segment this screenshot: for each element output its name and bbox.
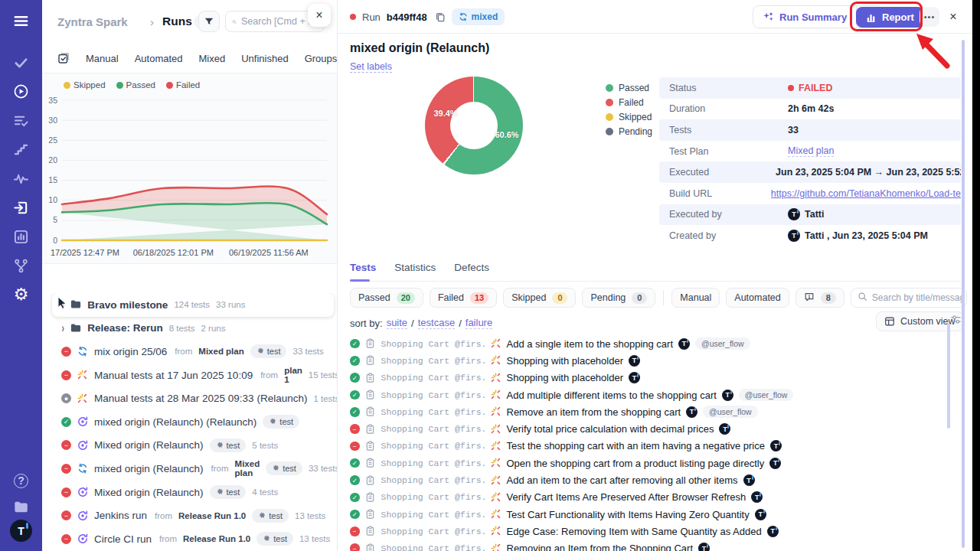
run-status-failed-icon: −: [61, 487, 71, 497]
panel-scrollbar[interactable]: [962, 40, 965, 548]
run-title: mixed origin (Relaunch): [350, 41, 489, 55]
tests-scrollbar[interactable]: [947, 323, 950, 429]
runs-list-item[interactable]: ›Release: Rerun8 tests2 runs: [42, 317, 337, 341]
runs-tab-automated[interactable]: Automated: [135, 53, 183, 64]
test-row[interactable]: ✓Shopping Cart @firs...Verify Cart Items…: [350, 489, 962, 506]
testcase-clipboard-icon: [365, 424, 376, 435]
test-row[interactable]: ✓Shopping Cart @firs...Test Cart Functio…: [350, 506, 962, 523]
tests-search[interactable]: [851, 288, 967, 308]
sort-by-suite[interactable]: suite: [387, 317, 407, 329]
plan-name[interactable]: Release Run 1.0: [183, 534, 250, 543]
runs-list-item[interactable]: −Mixed origin (Relaunch)test5 tests: [42, 434, 337, 458]
test-assignee-avatar: T: [769, 458, 781, 469]
test-row[interactable]: ✓Shopping Cart @firs...Open the shopping…: [350, 455, 962, 471]
runs-search-input[interactable]: [241, 16, 318, 27]
filter-chip-pending[interactable]: Pending0: [582, 288, 655, 308]
chevron-right-icon[interactable]: ›: [61, 321, 64, 335]
plan-name[interactable]: plan 1: [284, 366, 302, 384]
test-tag-badge: @user_flow: [695, 337, 750, 350]
folder-icon: [70, 323, 81, 334]
relaunch-run-icon: [77, 510, 88, 521]
test-row[interactable]: −Shopping Cart @firs...Test the shopping…: [350, 438, 962, 455]
shared-steps-icon[interactable]: [8, 107, 34, 133]
info-value: 2h 6m 42s: [788, 103, 834, 114]
mixed-run-icon: [77, 463, 88, 474]
detail-close-button[interactable]: ×: [945, 8, 962, 25]
filter-button[interactable]: [198, 11, 220, 32]
test-type-badge: test: [210, 439, 247, 452]
runs-list-item[interactable]: ›Bravo milestone124 tests33 runs: [52, 293, 334, 317]
user-avatar: T: [788, 230, 800, 242]
runs-list-item[interactable]: ✓mixed origin (Relaunch) (Relaunch)test: [42, 410, 337, 434]
runs-trend-chart: SkippedPassedFailed 0510152025303517/202…: [42, 73, 337, 264]
filter-chip-skipped[interactable]: Skipped0: [503, 288, 576, 308]
test-row[interactable]: ✓Shopping Cart @firs...Shopping with pla…: [350, 370, 962, 386]
runs-tab-unfinished[interactable]: Unfinished: [241, 53, 288, 64]
detail-tab-statistics[interactable]: Statistics: [394, 262, 436, 281]
test-row[interactable]: −Shopping Cart @firs...Verify total pric…: [350, 420, 962, 437]
panel-close-button[interactable]: ×: [308, 4, 331, 27]
view-settings-button[interactable]: [950, 314, 962, 328]
build-url-link[interactable]: https://github.com/TetianaKhomenko/Load-…: [771, 188, 961, 199]
runs-play-icon[interactable]: [8, 78, 34, 104]
run-type-badge[interactable]: mixed: [452, 8, 505, 25]
reports-chart-icon[interactable]: [8, 223, 34, 249]
runs-list-item[interactable]: −Jenkins runfromRelease Run 1.0test13 te…: [42, 504, 337, 527]
runs-list-item[interactable]: −mix origin 25/06fromMixed plantest33 te…: [42, 340, 337, 364]
manual-filter-chip[interactable]: Manual: [671, 288, 720, 308]
projects-folder-icon[interactable]: [8, 494, 34, 520]
select-runs-icon[interactable]: [57, 52, 70, 64]
detail-tab-tests[interactable]: Tests: [350, 262, 376, 281]
activity-pulse-icon[interactable]: [8, 165, 34, 191]
filter-chip-failed[interactable]: Failed13: [430, 288, 497, 308]
set-labels-link[interactable]: Set labels: [350, 61, 392, 73]
milestones-steps-icon[interactable]: [8, 136, 34, 162]
sort-by-failure[interactable]: failure: [466, 317, 492, 329]
detail-tab-defects[interactable]: Defects: [454, 262, 489, 281]
filter-chip-passed[interactable]: Passed20: [350, 288, 423, 308]
sidebar-user-avatar[interactable]: T: [10, 520, 32, 542]
runs-tab-groups[interactable]: Groups: [305, 53, 338, 64]
plan-name[interactable]: Mixed plan: [198, 347, 243, 356]
runs-list-item[interactable]: −Manual tests at 17 Jun 2025 10:09frompl…: [42, 364, 337, 387]
runs-tab-manual[interactable]: Manual: [86, 53, 119, 64]
test-title: Add a single item to the shopping cart: [507, 338, 674, 350]
runs-list-item[interactable]: −mixed origin (Relaunch)fromMixed plante…: [42, 457, 337, 481]
run-group-meta: 8 tests: [169, 324, 195, 333]
automated-filter-chip[interactable]: Automated: [726, 288, 789, 308]
runs-tab-mixed[interactable]: Mixed: [199, 53, 226, 64]
test-row[interactable]: ✓Shopping Cart @firs...Remove an item fr…: [350, 403, 962, 420]
info-label: Test Plan: [659, 146, 788, 157]
integrations-branch-icon[interactable]: [8, 253, 34, 279]
run-summary-button[interactable]: Run Summary: [753, 6, 856, 28]
runs-list-item[interactable]: ●Manual tests at 28 Mar 2025 09:33 (Rela…: [42, 386, 337, 410]
report-button[interactable]: Report: [856, 7, 924, 28]
donut-slice-label: 39.4%: [433, 109, 457, 118]
more-actions-button[interactable]: •••: [920, 7, 939, 27]
test-row[interactable]: ✓Shopping Cart @firs...Shopping with pla…: [350, 352, 962, 369]
info-link[interactable]: Mixed plan: [788, 145, 834, 157]
tests-check-icon[interactable]: [8, 49, 34, 75]
help-icon[interactable]: ?: [8, 468, 34, 494]
plan-name[interactable]: Mixed plan: [235, 459, 260, 478]
breadcrumb-project[interactable]: Zyntra Spark: [57, 15, 128, 28]
test-row[interactable]: ✓Shopping Cart @firs...Add a single item…: [350, 335, 962, 352]
import-icon[interactable]: [8, 194, 34, 220]
test-row[interactable]: ✓Shopping Cart @firs...Add an item to th…: [350, 471, 962, 488]
comments-filter-chip[interactable]: 8: [795, 288, 844, 308]
sort-by-testcase[interactable]: testcase: [418, 317, 455, 329]
test-status-passed-icon: ✓: [350, 373, 360, 383]
plan-name[interactable]: Release Run 1.0: [178, 511, 246, 520]
runs-list-item[interactable]: −Mixed origin (Relaunch)test4 tests: [42, 481, 337, 504]
menu-icon[interactable]: [8, 8, 34, 34]
tests-search-input[interactable]: [872, 292, 962, 303]
test-row[interactable]: −Shopping Cart @firs...Removing an Item …: [350, 540, 962, 551]
breadcrumb-page[interactable]: Runs: [162, 15, 192, 28]
copy-run-id-button[interactable]: [435, 11, 446, 22]
sparkles-icon: [763, 11, 774, 23]
runs-list-item[interactable]: −Circle CI runfromRelease Run 1.0test13 …: [42, 527, 337, 551]
info-value: TTatti , Jun 23, 2025 5:04 PM: [788, 230, 928, 242]
test-row[interactable]: ✓Shopping Cart @firs...Add multiple diff…: [350, 386, 962, 403]
settings-gear-icon[interactable]: ⚙: [8, 282, 34, 308]
test-row[interactable]: −Shopping Cart @firs...Edge Case: Removi…: [350, 523, 962, 540]
